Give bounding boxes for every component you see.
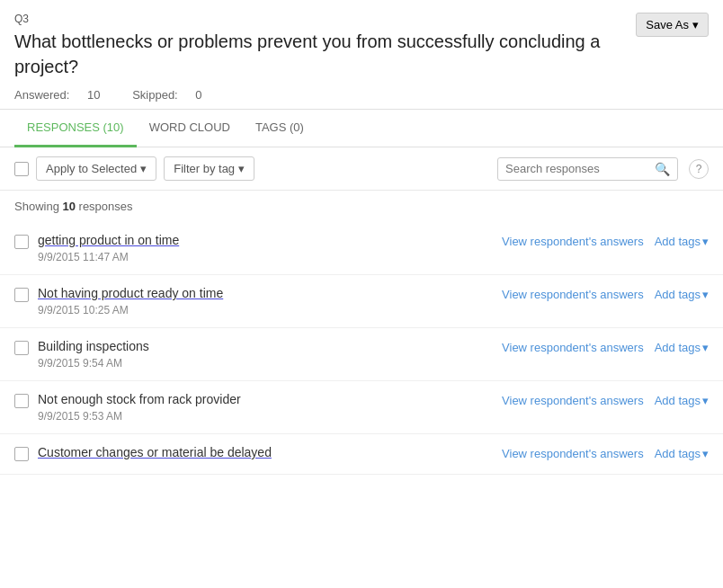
tab-wordcloud[interactable]: WORD CLOUD (137, 110, 243, 147)
table-row: Building inspections 9/9/2015 9:54 AM Vi… (0, 328, 723, 381)
response-text: Building inspections (38, 339, 493, 353)
tab-responses[interactable]: RESPONSES (10) (14, 110, 137, 147)
add-tags-button[interactable]: Add tags ▾ (655, 447, 709, 460)
question-number: Q3 (14, 13, 709, 25)
response-date: 9/9/2015 11:47 AM (38, 251, 493, 263)
response-checkbox-1[interactable] (14, 235, 29, 249)
response-date: 9/9/2015 10:25 AM (38, 304, 493, 316)
add-tags-arrow-icon: ▾ (702, 394, 709, 407)
filter-by-tag-button[interactable]: Filter by tag ▾ (164, 156, 254, 181)
showing-text: Showing 10 responses (0, 191, 723, 222)
add-tags-button[interactable]: Add tags ▾ (655, 341, 709, 354)
select-all-checkbox[interactable] (14, 162, 29, 176)
add-tags-button[interactable]: Add tags ▾ (655, 394, 709, 407)
help-icon[interactable]: ? (689, 159, 709, 179)
view-respondent-link[interactable]: View respondent's answers (502, 394, 644, 407)
apply-dropdown-icon: ▾ (140, 162, 147, 175)
tabs-bar: RESPONSES (10) WORD CLOUD TAGS (0) (0, 110, 723, 147)
add-tags-arrow-icon: ▾ (702, 235, 709, 248)
response-checkbox-4[interactable] (14, 394, 29, 408)
view-respondent-link[interactable]: View respondent's answers (502, 288, 644, 301)
table-row: Not having product ready on time 9/9/201… (0, 275, 723, 328)
response-checkbox-3[interactable] (14, 341, 29, 355)
add-tags-arrow-icon: ▾ (702, 341, 709, 354)
table-row: getting product in on time 9/9/2015 11:4… (0, 222, 723, 275)
search-icon: 🔍 (655, 162, 670, 176)
view-respondent-link[interactable]: View respondent's answers (502, 235, 644, 248)
add-tags-arrow-icon: ▾ (702, 447, 709, 460)
toolbar: Apply to Selected ▾ Filter by tag ▾ 🔍 ? (0, 147, 723, 191)
save-as-arrow-icon: ▾ (692, 18, 699, 31)
search-box: 🔍 (497, 157, 678, 181)
view-respondent-link[interactable]: View respondent's answers (502, 447, 644, 460)
response-date: 9/9/2015 9:54 AM (38, 357, 493, 370)
response-text: Customer changes or material be delayed (38, 445, 493, 459)
response-text: Not enough stock from rack provider (38, 392, 493, 406)
question-title: What bottlenecks or problems prevent you… (14, 29, 709, 79)
response-text: Not having product ready on time (38, 286, 493, 300)
response-list: getting product in on time 9/9/2015 11:4… (0, 222, 723, 475)
save-as-label: Save As (646, 18, 689, 31)
skipped-stat: Skipped: 0 (132, 88, 216, 102)
filter-dropdown-icon: ▾ (238, 162, 245, 175)
response-checkbox-5[interactable] (14, 447, 29, 461)
add-tags-button[interactable]: Add tags ▾ (655, 288, 709, 301)
response-date: 9/9/2015 9:53 AM (38, 410, 493, 423)
view-respondent-link[interactable]: View respondent's answers (502, 341, 644, 354)
add-tags-arrow-icon: ▾ (702, 288, 709, 301)
table-row: Customer changes or material be delayed … (0, 434, 723, 475)
table-row: Not enough stock from rack provider 9/9/… (0, 381, 723, 434)
apply-to-selected-button[interactable]: Apply to Selected ▾ (36, 156, 156, 181)
response-checkbox-2[interactable] (14, 288, 29, 302)
answered-stat: Answered: 10 (14, 88, 118, 102)
search-input[interactable] (505, 162, 649, 175)
save-as-button[interactable]: Save As ▾ (636, 13, 709, 37)
add-tags-button[interactable]: Add tags ▾ (655, 235, 709, 248)
response-text: getting product in on time (38, 233, 493, 247)
tab-tags[interactable]: TAGS (0) (243, 110, 317, 147)
